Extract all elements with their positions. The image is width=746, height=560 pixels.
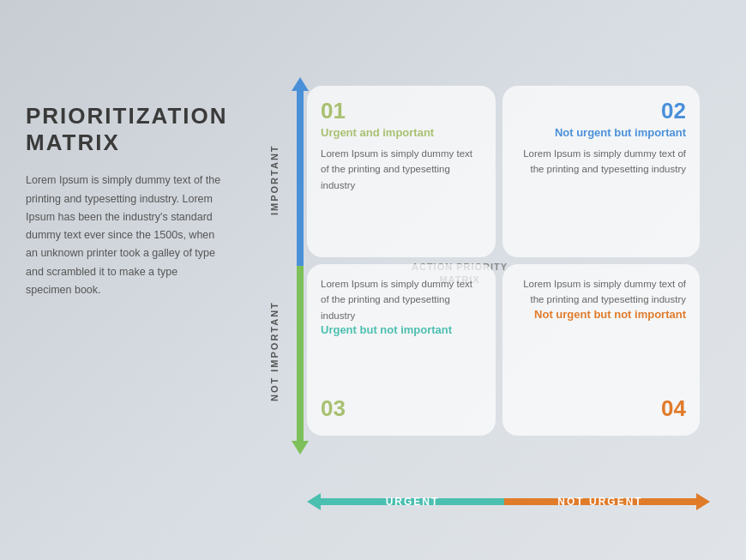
arrow-label-not-urgent: NOT URGENT xyxy=(557,496,642,508)
page: PRIORITIZATION MATRIX Lorem Ipsum is sim… xyxy=(0,0,746,560)
arrow-urgent: URGENT xyxy=(307,493,504,510)
card-03: Lorem Ipsum is simply dummy text of the … xyxy=(307,264,496,436)
card-01-number: 01 xyxy=(321,98,482,124)
arrow-up-head xyxy=(292,77,309,91)
card-04-title: Not urgent but not important xyxy=(534,308,686,322)
axis-label-not-important: NOT IMPORTANT xyxy=(269,268,280,436)
card-04-number: 04 xyxy=(661,395,686,422)
axis-label-important: IMPORTANT xyxy=(269,94,280,266)
arrow-left-head xyxy=(307,493,321,510)
card-01-title: Urgent and important xyxy=(321,126,482,141)
card-01-body: Lorem Ipsum is simply dummy text of the … xyxy=(321,146,482,193)
main-title: PRIORITIZATION MATRIX xyxy=(26,103,223,156)
card-02: 02 Not urgent but important Lorem Ipsum … xyxy=(502,86,700,257)
arrow-down-head xyxy=(292,441,309,455)
title-area: PRIORITIZATION MATRIX Lorem Ipsum is sim… xyxy=(26,103,223,299)
card-04-top-content: Lorem Ipsum is simply dummy text of the … xyxy=(516,276,686,328)
card-03-title: Urgent but not important xyxy=(321,323,482,338)
arrow-label-urgent: URGENT xyxy=(386,496,440,508)
card-02-number: 02 xyxy=(661,98,686,124)
arrow-shaft-not-urgent: NOT URGENT xyxy=(504,498,696,505)
arrow-right-head xyxy=(696,493,710,510)
description-text: Lorem Ipsum is simply dummy text of the … xyxy=(26,172,223,299)
card-04-body: Lorem Ipsum is simply dummy text of the … xyxy=(516,276,686,308)
card-02-body: Lorem Ipsum is simply dummy text of the … xyxy=(516,146,686,178)
arrow-not-urgent: NOT URGENT xyxy=(504,493,710,510)
card-03-body: Lorem Ipsum is simply dummy text of the … xyxy=(321,276,482,323)
vertical-axis xyxy=(292,77,309,455)
arrow-shaft-urgent: URGENT xyxy=(321,498,504,505)
arrow-shaft-vertical xyxy=(297,91,304,441)
card-03-top-content: Lorem Ipsum is simply dummy text of the … xyxy=(321,276,482,343)
card-04: Lorem Ipsum is simply dummy text of the … xyxy=(502,264,700,436)
card-03-number: 03 xyxy=(321,395,482,422)
card-02-title: Not urgent but important xyxy=(555,126,686,141)
quadrant-grid: 01 Urgent and important Lorem Ipsum is s… xyxy=(307,86,700,436)
card-01: 01 Urgent and important Lorem Ipsum is s… xyxy=(307,86,496,257)
